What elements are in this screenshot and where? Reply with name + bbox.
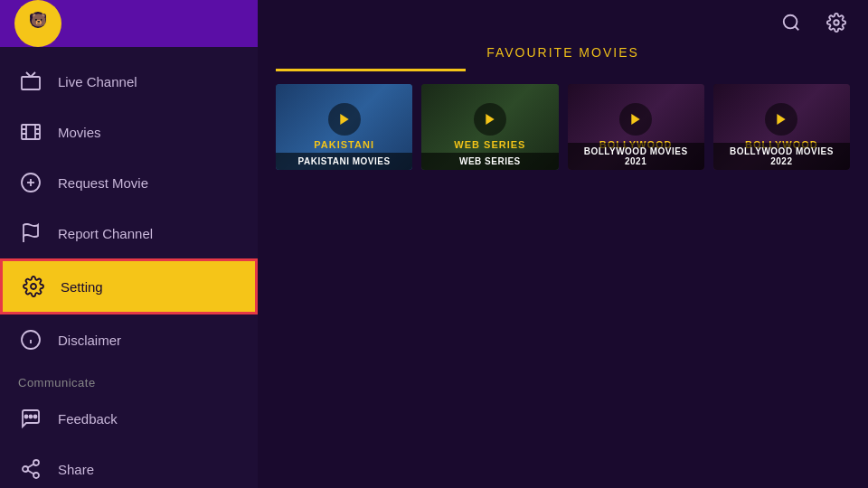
sidebar-item-report-channel[interactable]: Report Channel: [0, 208, 258, 258]
logo: 🐻: [14, 0, 61, 47]
sidebar-item-disclaimer[interactable]: Disclaimer: [0, 314, 258, 365]
sidebar-nav: Live Channel Movies Request Movie: [0, 47, 258, 488]
sidebar-item-movies[interactable]: Movies: [0, 107, 258, 157]
svg-point-10: [31, 284, 36, 289]
movie-card-bollywood-2021[interactable]: BOLLYWOOD BOLLYWOOD MOVIES 2021: [568, 84, 704, 170]
svg-rect-5: [22, 125, 40, 139]
movies-grid: PAKISTANI PAKISTANI MOVIES WEB SERIES WE…: [276, 84, 850, 170]
movie-card-web-series[interactable]: WEB SERIES WEB SERIES: [421, 84, 558, 170]
movie-title: WEB SERIES: [421, 153, 558, 170]
svg-line-21: [28, 465, 34, 468]
movie-title: BOLLYWOOD MOVIES 2021: [568, 143, 704, 170]
sidebar: 🐻 Live Channel Movies: [0, 0, 258, 488]
movie-card-pakistani[interactable]: PAKISTANI PAKISTANI MOVIES: [276, 84, 412, 170]
play-button[interactable]: [328, 103, 361, 136]
gear-icon: [21, 274, 46, 299]
sidebar-item-label: Live Channel: [58, 74, 137, 89]
settings-button[interactable]: [823, 9, 850, 36]
svg-point-19: [33, 473, 39, 478]
svg-point-14: [30, 416, 33, 418]
sidebar-item-label: Movies: [58, 125, 101, 140]
svg-rect-4: [22, 77, 40, 89]
add-icon: [18, 170, 43, 195]
play-button[interactable]: [619, 103, 652, 136]
search-button[interactable]: [778, 9, 805, 36]
svg-text:🐻: 🐻: [31, 13, 47, 28]
sidebar-item-label: Disclaimer: [58, 333, 121, 348]
svg-line-25: [795, 26, 798, 30]
flag-icon: [18, 221, 43, 246]
main-content: FAVOURITE MOVIES PAKISTANI PAKISTANI MOV…: [258, 0, 868, 488]
movie-title: PAKISTANI MOVIES: [276, 153, 412, 170]
svg-marker-28: [486, 114, 494, 125]
tv-icon: [18, 69, 43, 94]
svg-point-17: [33, 460, 39, 465]
svg-point-15: [25, 416, 28, 418]
sidebar-item-label: Request Movie: [58, 175, 148, 191]
top-bar: [258, 0, 868, 45]
svg-point-16: [34, 416, 37, 418]
svg-point-24: [784, 15, 797, 29]
share-icon: [18, 456, 43, 482]
svg-marker-29: [631, 114, 639, 125]
feedback-icon: [18, 406, 43, 431]
info-icon: [18, 327, 43, 352]
play-button[interactable]: [765, 103, 797, 136]
logo-area: 🐻: [0, 0, 258, 47]
sidebar-item-setting[interactable]: Setting: [0, 258, 258, 314]
sidebar-item-label: Feedback: [58, 411, 118, 427]
communicate-label: Communicate: [0, 365, 258, 393]
sidebar-item-live-channel[interactable]: Live Channel: [0, 56, 258, 107]
svg-point-26: [834, 20, 839, 25]
sidebar-item-label: Setting: [61, 279, 103, 295]
svg-point-18: [23, 466, 28, 472]
svg-marker-27: [340, 114, 348, 125]
content-area: FAVOURITE MOVIES PAKISTANI PAKISTANI MOV…: [258, 45, 868, 488]
sidebar-item-feedback[interactable]: Feedback: [0, 393, 258, 444]
movies-icon: [18, 119, 43, 145]
movie-title: BOLLYWOOD MOVIES 2022: [713, 143, 850, 170]
svg-marker-30: [778, 114, 786, 125]
sidebar-item-label: Share: [58, 462, 94, 477]
section-title: FAVOURITE MOVIES: [276, 45, 850, 60]
movie-card-bollywood-2022[interactable]: BOLLYWOOD BOLLYWOOD MOVIES 2022: [713, 84, 850, 170]
sidebar-item-request-movie[interactable]: Request Movie: [0, 157, 258, 208]
play-button[interactable]: [474, 103, 506, 136]
svg-line-20: [28, 471, 34, 474]
sidebar-item-label: Report Channel: [58, 226, 153, 241]
sidebar-item-share[interactable]: Share: [0, 444, 258, 488]
